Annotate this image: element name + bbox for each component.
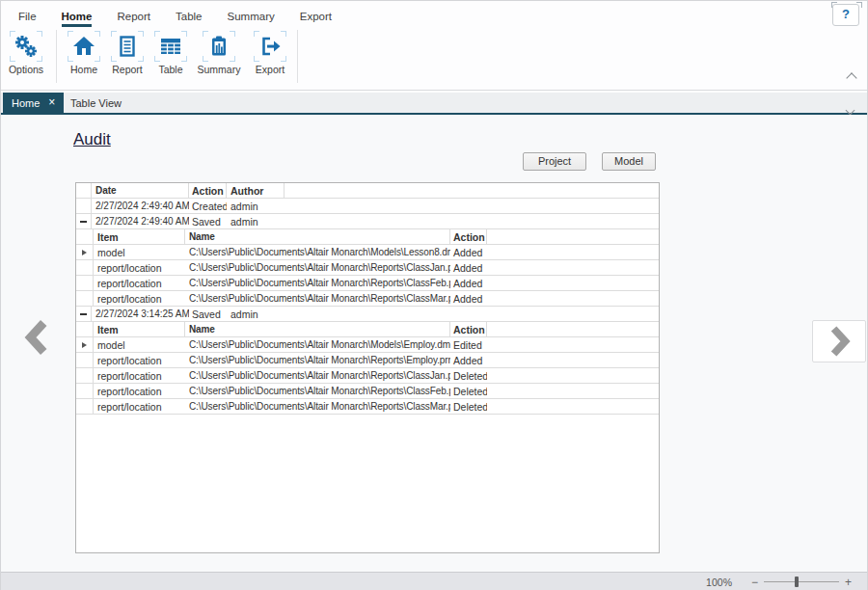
cell-item: model [94, 245, 185, 259]
row-indicator [76, 291, 94, 306]
previous-page-button[interactable] [18, 315, 57, 360]
ribbon-home-label: Home [70, 64, 97, 75]
audit-row[interactable]: 2/27/2024 3:14:25 AM Saved admin [76, 307, 659, 322]
cell-item: report/location [94, 353, 185, 367]
row-indicator [76, 353, 94, 367]
cell-action: Saved [189, 307, 227, 321]
ribbon-table-label: Table [158, 64, 182, 75]
ribbon-separator [56, 30, 57, 83]
zoom-slider[interactable] [764, 577, 839, 587]
menu-table[interactable]: Table [176, 11, 203, 27]
corner-frame [203, 31, 235, 62]
ribbon: Options Home Rep [1, 27, 867, 91]
cell-detail-action: Added [450, 353, 487, 367]
corner-frame [10, 31, 42, 62]
help-button[interactable]: ? [832, 4, 859, 26]
cell-detail-action: Deleted [450, 368, 487, 383]
chevron-right-icon [827, 325, 852, 358]
audit-detail-row[interactable]: report/location C:\Users\Public\Document… [76, 353, 659, 368]
cell-filler [487, 399, 659, 414]
cell-detail-action: Deleted [450, 399, 487, 414]
zoom-level: 100% [706, 577, 732, 588]
col-date: Date [92, 183, 189, 198]
ribbon-collapse-button[interactable] [848, 68, 855, 86]
cell-item: model [94, 337, 185, 352]
cell-item: report/location [94, 291, 185, 306]
audit-detail-row[interactable]: report/location C:\Users\Public\Document… [76, 399, 659, 415]
col-action: Action [189, 183, 227, 198]
cell-date: 2/27/2024 2:49:40 AM [92, 214, 189, 228]
zoom-slider-handle[interactable] [795, 577, 799, 587]
ribbon-report-button[interactable]: Report [105, 31, 149, 75]
page-title: Audit [73, 130, 111, 149]
cell-filler [285, 307, 659, 321]
cell-filler [487, 337, 659, 352]
content-area: Audit Project Model Date Action Author 2… [1, 115, 867, 572]
document-tab-bar: Home × Table View [1, 93, 867, 115]
menu-bar: File Home Report Table Summary Export [1, 1, 867, 27]
model-button[interactable]: Model [602, 152, 656, 171]
indicator-cell [76, 199, 92, 213]
ribbon-home-button[interactable]: Home [62, 31, 106, 75]
collapse-button[interactable] [76, 214, 92, 228]
menu-report[interactable]: Report [117, 11, 150, 27]
cell-author: admin [227, 214, 285, 228]
row-indicator [76, 245, 94, 259]
tab-home[interactable]: Home × [3, 93, 64, 113]
zoom-in-button[interactable]: + [845, 577, 852, 587]
audit-table: Date Action Author 2/27/2024 2:49:40 AM … [75, 182, 660, 553]
cell-item: report/location [94, 260, 185, 275]
menu-home[interactable]: Home [62, 11, 93, 27]
chevron-left-icon [23, 318, 52, 357]
collapse-icon [80, 221, 87, 223]
ribbon-export-button[interactable]: Export [248, 31, 292, 75]
audit-detail-row[interactable]: model C:\Users\Public\Documents\Altair M… [76, 245, 659, 260]
col-filler [285, 183, 659, 198]
chevron-up-icon [846, 72, 856, 83]
menu-file[interactable]: File [18, 11, 37, 27]
ribbon-summary-button[interactable]: Summary [195, 31, 243, 75]
cell-filler [487, 276, 659, 290]
cell-detail-action: Added [450, 291, 487, 306]
row-indicator [76, 260, 94, 275]
tab-table-view[interactable]: Table View [65, 93, 127, 113]
cell-item: report/location [94, 399, 185, 414]
row-indicator [76, 384, 94, 398]
cell-author: admin [227, 307, 285, 321]
col-name: Name [185, 322, 450, 336]
cell-filler [487, 368, 659, 383]
menu-export[interactable]: Export [300, 11, 332, 27]
cell-name: C:\Users\Public\Documents\Altair Monarch… [185, 291, 450, 306]
cell-name: C:\Users\Public\Documents\Altair Monarch… [185, 368, 450, 383]
col-filler [487, 229, 659, 244]
cell-name: C:\Users\Public\Documents\Altair Monarch… [185, 276, 450, 290]
options-button[interactable]: Options [4, 31, 48, 75]
cell-name: C:\Users\Public\Documents\Altair Monarch… [185, 337, 450, 352]
next-page-button[interactable] [812, 320, 866, 362]
corner-frame [111, 31, 144, 62]
zoom-out-button[interactable]: − [751, 577, 758, 587]
col-item: Item [94, 322, 185, 336]
audit-row[interactable]: 2/27/2024 2:49:40 AM Saved admin [76, 214, 659, 229]
project-button[interactable]: Project [523, 152, 586, 171]
audit-detail-row[interactable]: report/location C:\Users\Public\Document… [76, 276, 659, 291]
col-author: Author [227, 183, 285, 198]
cell-filler [487, 245, 659, 259]
audit-detail-row[interactable]: model C:\Users\Public\Documents\Altair M… [76, 337, 659, 353]
collapse-icon [80, 313, 87, 315]
audit-detail-row[interactable]: report/location C:\Users\Public\Document… [76, 291, 659, 307]
cell-action: Created [189, 199, 227, 213]
audit-row[interactable]: 2/27/2024 2:49:40 AM Created admin [76, 199, 659, 214]
cell-name: C:\Users\Public\Documents\Altair Monarch… [185, 399, 450, 414]
close-icon[interactable]: × [48, 97, 55, 108]
cell-detail-action: Added [450, 245, 487, 259]
menu-summary[interactable]: Summary [228, 11, 275, 27]
ribbon-table-button[interactable]: Table [149, 31, 193, 75]
audit-detail-row[interactable]: report/location C:\Users\Public\Document… [76, 368, 659, 384]
collapse-button[interactable] [76, 307, 92, 321]
cell-detail-action: Added [450, 260, 487, 275]
col-filler [487, 322, 659, 336]
audit-detail-row[interactable]: report/location C:\Users\Public\Document… [76, 260, 659, 276]
status-bar: 100% − + [1, 572, 867, 590]
audit-detail-row[interactable]: report/location C:\Users\Public\Document… [76, 384, 659, 399]
